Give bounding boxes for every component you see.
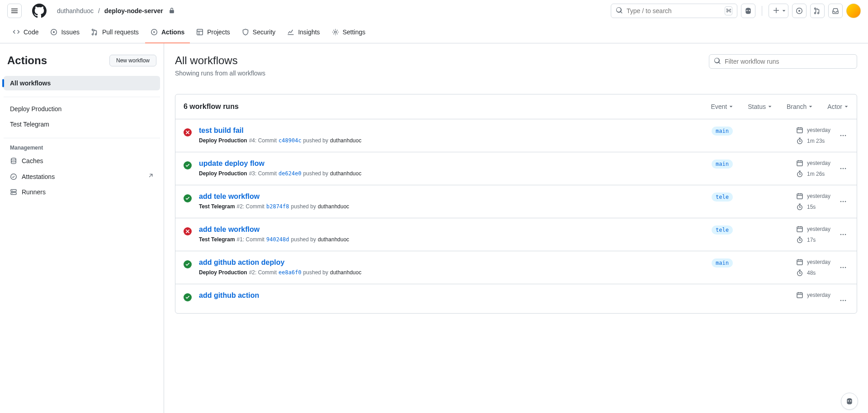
run-title-link[interactable]: add github action xyxy=(199,291,259,299)
run-row: test build fail Deploy Production #4: Co… xyxy=(175,119,857,152)
status-failed-icon xyxy=(184,227,192,237)
global-search[interactable] xyxy=(611,4,737,18)
plus-icon xyxy=(773,7,780,15)
actor-link[interactable]: duthanhduoc xyxy=(330,170,361,177)
breadcrumb: duthanhduoc / deploy-node-server xyxy=(57,7,175,15)
status-success-icon xyxy=(184,194,192,204)
branch-badge[interactable]: main xyxy=(712,258,733,268)
tab-code[interactable]: Code xyxy=(7,22,44,43)
create-new-button[interactable] xyxy=(769,4,788,18)
run-row: update deploy flow Deploy Production #3:… xyxy=(175,152,857,185)
branch-badge[interactable]: main xyxy=(712,127,733,136)
commit-sha-link[interactable]: c48904c xyxy=(278,137,302,144)
run-duration: 1m 23s xyxy=(796,137,830,145)
workflow-sidebar: Actions New workflow All workflows Deplo… xyxy=(0,43,164,413)
caret-down-icon xyxy=(782,7,786,14)
pull-requests-button[interactable] xyxy=(810,4,825,18)
tab-insights[interactable]: Insights xyxy=(282,22,325,43)
run-actions-menu[interactable] xyxy=(838,130,849,141)
sidebar-workflow-test-telegram[interactable]: Test Telegram xyxy=(4,117,160,131)
run-workflow-name: Test Telegram xyxy=(199,203,235,210)
runs-panel: 6 workflow runs Event Status Branch Acto… xyxy=(175,94,857,314)
run-workflow-name: Deploy Production xyxy=(199,137,247,144)
tab-pull-requests[interactable]: Pull requests xyxy=(86,22,144,43)
new-workflow-button[interactable]: New workflow xyxy=(109,55,156,66)
tab-settings[interactable]: Settings xyxy=(326,22,371,43)
actor-link[interactable]: duthanhduoc xyxy=(330,269,361,276)
sidebar-runners[interactable]: Runners xyxy=(4,185,160,199)
commit-sha-link[interactable]: ee8a6f0 xyxy=(278,269,302,276)
management-label: Management xyxy=(4,141,160,154)
run-date: yesterday xyxy=(796,192,830,200)
filter-runs[interactable] xyxy=(709,54,857,69)
owner-link[interactable]: duthanhduoc xyxy=(57,7,94,14)
run-duration: 15s xyxy=(796,203,830,211)
run-title-link[interactable]: add tele workflow xyxy=(199,225,259,233)
copilot-button[interactable] xyxy=(741,4,755,18)
sidebar-title: Actions xyxy=(7,54,47,67)
run-actions-menu[interactable] xyxy=(838,196,849,207)
filter-runs-input[interactable] xyxy=(725,58,852,65)
actor-link[interactable]: duthanhduoc xyxy=(318,236,349,243)
status-failed-icon xyxy=(184,128,192,138)
commit-sha-link[interactable]: de624e0 xyxy=(278,170,302,177)
user-avatar[interactable] xyxy=(846,4,861,18)
notifications-button[interactable] xyxy=(828,4,843,18)
issues-button[interactable] xyxy=(792,4,807,18)
repo-link[interactable]: deploy-node-server xyxy=(104,7,163,14)
sidebar-caches[interactable]: Caches xyxy=(4,154,160,168)
run-date: yesterday xyxy=(796,160,830,167)
page-title: All workflows xyxy=(175,54,265,67)
status-success-icon xyxy=(184,293,192,303)
search-icon xyxy=(616,7,623,15)
keyboard-hint xyxy=(725,6,732,15)
run-actions-menu[interactable] xyxy=(838,295,849,306)
run-duration: 1m 26s xyxy=(796,170,830,178)
repo-nav: Code Issues Pull requests Actions Projec… xyxy=(0,22,868,43)
filter-status[interactable]: Status xyxy=(748,103,772,110)
search-input[interactable] xyxy=(627,7,721,14)
run-date: yesterday xyxy=(796,127,830,134)
run-title-link[interactable]: test build fail xyxy=(199,127,244,134)
filter-event[interactable]: Event xyxy=(711,103,733,110)
main-content: All workflows Showing runs from all work… xyxy=(164,43,868,413)
run-workflow-name: Test Telegram xyxy=(199,236,235,243)
tab-actions[interactable]: Actions xyxy=(145,22,190,43)
actor-link[interactable]: duthanhduoc xyxy=(330,137,361,144)
status-success-icon xyxy=(184,161,192,171)
run-date: yesterday xyxy=(796,225,830,233)
run-actions-menu[interactable] xyxy=(838,163,849,174)
tab-projects[interactable]: Projects xyxy=(191,22,236,43)
sidebar-all-workflows[interactable]: All workflows xyxy=(4,76,160,90)
sidebar-workflow-deploy-production[interactable]: Deploy Production xyxy=(4,102,160,116)
sidebar-attestations[interactable]: Attestations xyxy=(4,169,160,184)
lock-icon xyxy=(169,7,175,15)
hamburger-menu[interactable] xyxy=(7,4,22,18)
branch-badge[interactable]: tele xyxy=(712,225,733,235)
run-workflow-name: Deploy Production xyxy=(199,170,247,177)
status-success-icon xyxy=(184,260,192,270)
run-title-link[interactable]: add github action deploy xyxy=(199,258,284,266)
commit-sha-link[interactable]: 940248d xyxy=(266,236,289,243)
search-icon xyxy=(714,57,721,66)
run-actions-menu[interactable] xyxy=(838,229,849,240)
run-title-link[interactable]: add tele workflow xyxy=(199,192,259,200)
runs-count: 6 workflow runs xyxy=(184,103,239,111)
tab-security[interactable]: Security xyxy=(236,22,281,43)
actor-link[interactable]: duthanhduoc xyxy=(318,203,349,210)
github-logo[interactable] xyxy=(32,4,47,18)
run-title-link[interactable]: update deploy flow xyxy=(199,160,264,167)
filter-actor[interactable]: Actor xyxy=(827,103,849,110)
run-row: add github action yesterday xyxy=(175,284,857,313)
copilot-fab[interactable] xyxy=(841,393,858,410)
run-workflow-name: Deploy Production xyxy=(199,269,247,276)
run-actions-menu[interactable] xyxy=(838,262,849,273)
run-row: add tele workflow Test Telegram #2: Comm… xyxy=(175,185,857,218)
branch-badge[interactable]: tele xyxy=(712,192,733,202)
run-date: yesterday xyxy=(796,291,830,299)
filter-branch[interactable]: Branch xyxy=(787,103,813,110)
tab-issues[interactable]: Issues xyxy=(45,22,85,43)
branch-badge[interactable]: main xyxy=(712,160,733,169)
commit-sha-link[interactable]: b2874f8 xyxy=(266,203,289,210)
run-duration: 17s xyxy=(796,236,830,244)
